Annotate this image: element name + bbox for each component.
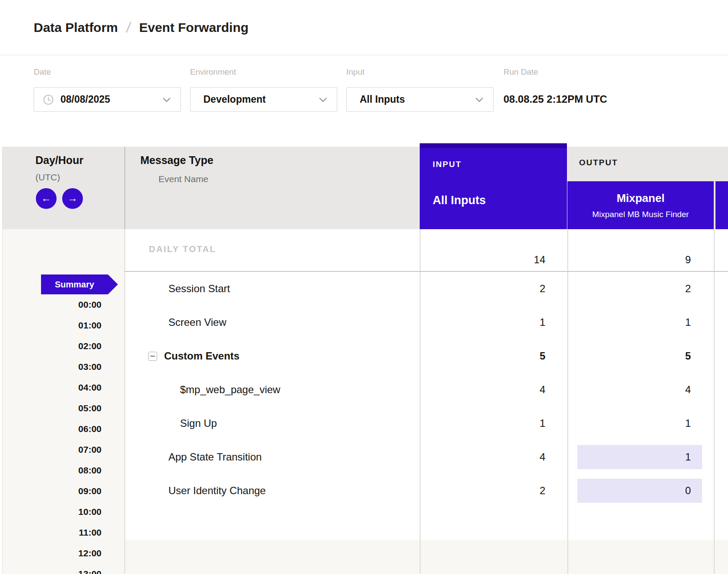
previous-day-button[interactable]: ←	[36, 188, 57, 209]
input-count-cell: 2	[450, 283, 545, 295]
output-column-header-mixpanel[interactable]: Mixpanel Mixpanel MB Music Finder	[567, 181, 714, 229]
run-date-value: 08.08.25 2:12PM UTC	[503, 93, 607, 105]
event-name: Session Start	[168, 283, 230, 295]
output-count-cell: 1	[596, 451, 691, 463]
day-hour-column-subtitle: (UTC)	[35, 172, 60, 183]
hour-rail-item[interactable]: 02:00	[2, 341, 101, 351]
hour-rail-item[interactable]: 07:00	[2, 445, 101, 455]
table-row: Session Start 2 2	[124, 272, 728, 306]
summary-row-badge[interactable]: Summary	[41, 274, 118, 294]
clock-icon	[43, 94, 54, 105]
input-section-label: INPUT	[433, 160, 462, 169]
output-name: Mixpanel	[567, 192, 714, 205]
table-row: App State Transition 4 1	[124, 440, 728, 474]
event-name: Sign Up	[180, 417, 217, 429]
event-name: Screen View	[168, 316, 226, 328]
hour-rail-item[interactable]: 12:00	[2, 548, 101, 558]
hour-rail-item[interactable]: 05:00	[2, 403, 101, 413]
breadcrumb-separator: /	[125, 19, 132, 36]
input-count-cell: 4	[450, 451, 545, 463]
event-name-cell: $mp_web_page_view	[180, 384, 280, 396]
event-name-cell: Custom Events	[148, 350, 240, 362]
filter-bar: Date Environment Input Run Date 08/08/20…	[0, 55, 728, 147]
output-column-header-next-partial[interactable]	[715, 181, 728, 229]
table-footer-band	[124, 540, 728, 574]
hour-rail-item[interactable]: 11:00	[2, 527, 101, 538]
output-count-cell: 1	[596, 316, 691, 328]
breadcrumb: Data Platform / Event Forwarding	[34, 19, 249, 36]
message-type-column-title: Message Type	[140, 154, 213, 167]
daily-total-output-value: 9	[596, 254, 691, 266]
hour-rail-item[interactable]: 10:00	[2, 507, 101, 517]
table-row: Screen View 1 1	[124, 306, 728, 339]
date-picker[interactable]: 08/08/2025	[34, 87, 181, 112]
environment-filter-label: Environment	[190, 67, 236, 77]
hour-rail-item[interactable]: 01:00	[2, 320, 101, 331]
hour-rail-item[interactable]: 03:00	[2, 362, 101, 372]
column-divider	[124, 147, 125, 229]
output-count-cell: 1	[596, 417, 691, 429]
input-column-name: All Inputs	[433, 194, 486, 207]
input-select[interactable]: All Inputs	[346, 87, 494, 112]
input-count-cell: 1	[450, 417, 545, 429]
event-forwarding-page: Data Platform / Event Forwarding Date En…	[0, 0, 728, 574]
date-value: 08/08/2025	[60, 94, 110, 105]
left-edge-divider	[2, 147, 3, 574]
input-value: All Inputs	[360, 94, 405, 105]
output-count-cell: 2	[596, 283, 691, 295]
environment-select[interactable]: Development	[190, 87, 337, 112]
output-count-cell: 4	[596, 384, 691, 396]
hour-rail-item[interactable]: 04:00	[2, 382, 101, 393]
top-header: Data Platform / Event Forwarding	[0, 0, 728, 55]
input-column-header[interactable]: INPUT All Inputs	[420, 143, 567, 229]
environment-value: Development	[203, 94, 266, 105]
table-row: $mp_web_page_view 4 4	[124, 373, 728, 407]
input-count-cell: 2	[450, 485, 545, 497]
arrow-left-icon: ←	[41, 192, 51, 204]
table-row: Custom Events 5 5	[124, 339, 728, 373]
collapse-icon[interactable]	[148, 352, 157, 361]
hour-rail-item[interactable]: 09:00	[2, 486, 101, 496]
event-name-cell: User Identity Change	[168, 485, 266, 497]
next-day-button[interactable]: →	[62, 188, 83, 209]
hour-rail-item[interactable]: 06:00	[2, 424, 101, 434]
daily-total-input-value: 14	[450, 254, 545, 266]
output-subname: Mixpanel MB Music Finder	[567, 210, 714, 219]
table-row: User Identity Change 2 0	[124, 474, 728, 508]
daily-total-row: DAILY TOTAL 14 9	[124, 229, 728, 271]
output-count-cell: 5	[596, 350, 691, 362]
hour-rail-sidebar: Summary 00:0001:0002:0003:0004:0005:0006…	[2, 229, 124, 574]
output-section-label: OUTPUT	[579, 158, 618, 167]
output-count-cell: 0	[596, 485, 691, 497]
event-name: User Identity Change	[168, 485, 266, 497]
event-name-cell: Session Start	[168, 283, 230, 295]
arrow-right-icon: →	[67, 192, 78, 204]
chevron-down-icon	[475, 97, 484, 102]
breadcrumb-section[interactable]: Data Platform	[34, 20, 118, 35]
event-name: Custom Events	[164, 350, 240, 362]
page-title: Event Forwarding	[139, 20, 248, 35]
event-name-cell: Sign Up	[180, 417, 217, 429]
event-name-cell: App State Transition	[168, 451, 262, 463]
event-name-cell: Screen View	[168, 316, 226, 328]
input-count-cell: 4	[450, 384, 545, 396]
message-type-column-subtitle: Event Name	[158, 174, 209, 184]
table-row: Sign Up 1 1	[124, 407, 728, 440]
daily-total-label: DAILY TOTAL	[149, 244, 216, 254]
event-rows: Session Start 2 2 Screen View 1 1 Custom…	[124, 272, 728, 508]
event-name: App State Transition	[168, 451, 262, 463]
chevron-down-icon	[162, 97, 171, 102]
input-filter-label: Input	[346, 67, 364, 77]
day-hour-column-title: Day/Hour	[35, 154, 83, 167]
hour-rail-item[interactable]: 00:00	[2, 300, 101, 310]
chevron-down-icon	[319, 97, 327, 102]
date-filter-label: Date	[34, 67, 51, 77]
hour-rail-item[interactable]: 13:00	[2, 569, 101, 574]
input-count-cell: 5	[450, 350, 545, 362]
run-date-label: Run Date	[503, 67, 538, 77]
hour-rail-item[interactable]: 08:00	[2, 465, 101, 476]
event-name: $mp_web_page_view	[180, 384, 280, 396]
input-count-cell: 1	[450, 316, 545, 328]
